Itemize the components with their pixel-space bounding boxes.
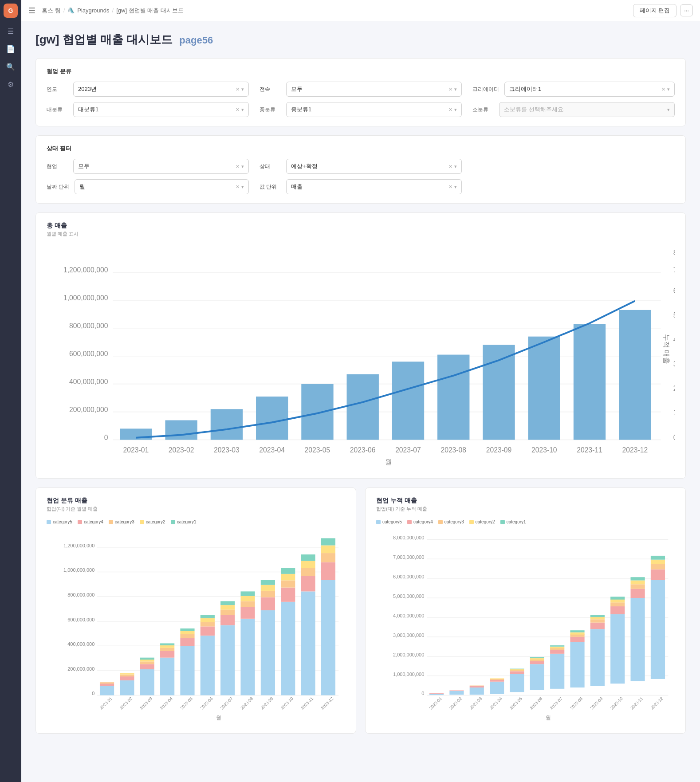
svg-rect-27 [256,397,288,440]
svg-rect-32 [483,345,515,440]
legend-label-cat3: category3 [115,519,134,524]
date-unit-clear-icon[interactable]: ✕ [236,184,240,190]
svg-text:2023-03: 2023-03 [214,446,240,454]
svg-text:0: 0 [104,434,108,441]
major-select[interactable]: 대분류1 ✕ ▾ [73,102,249,117]
svg-rect-68 [120,675,134,676]
svg-text:2,000,000,000: 2,000,000,000 [673,385,675,392]
svg-rect-93 [220,605,235,610]
svg-rect-177 [570,642,584,688]
legend-cat5: category5 [47,519,72,524]
year-clear-icon[interactable]: ✕ [236,86,240,92]
date-unit-label: 날짜 단위 [47,183,69,191]
value-unit-select[interactable]: 매출 ✕ ▾ [286,179,462,194]
svg-text:2023-02: 2023-02 [119,696,133,711]
more-options-button[interactable]: ··· [680,4,693,16]
major-clear-icon[interactable]: ✕ [236,107,240,113]
main-content: ☰ 홈스 팀 / 🛝 Playgrounds / [gw] 협업별 매출 대시보… [21,0,700,782]
svg-rect-171 [530,657,544,659]
channel-clear-icon[interactable]: ✕ [448,86,452,92]
status-select[interactable]: 예상+확정 ✕ ▾ [286,159,462,174]
svg-text:2023-09: 2023-09 [589,696,603,711]
mid-select[interactable]: 중분류1 ✕ ▾ [286,102,462,117]
status-select-icons: ✕ ▾ [448,164,457,169]
svg-rect-78 [160,645,174,648]
svg-rect-82 [180,634,194,638]
svg-rect-187 [610,614,625,684]
svg-rect-63 [100,686,114,695]
svg-text:2023-05: 2023-05 [179,696,193,711]
svg-rect-101 [261,597,275,610]
app-logo[interactable]: G [4,4,18,18]
creator-clear-icon[interactable]: ✕ [661,86,665,92]
svg-rect-91 [220,615,235,625]
legend-dot-cat1 [171,520,175,524]
svg-rect-165 [510,669,524,670]
svg-rect-92 [220,610,235,615]
svg-rect-118 [321,546,335,554]
svg-text:2023-07: 2023-07 [395,446,421,454]
sidebar-search-icon[interactable]: 🔍 [3,59,19,75]
svg-rect-172 [550,654,564,689]
filter-row-mid: 중분류 중분류1 ✕ ▾ [260,102,462,117]
creator-select[interactable]: 크리에이터1 ✕ ▾ [504,82,675,97]
svg-text:2023-02: 2023-02 [448,696,463,711]
svg-text:200,000,000: 200,000,000 [69,406,108,413]
svg-rect-157 [470,686,484,686]
major-value: 대분류1 [78,106,236,114]
channel-select[interactable]: 모두 ✕ ▾ [286,82,462,97]
svg-rect-89 [201,615,215,618]
legend-cat3: category3 [109,519,134,524]
chart1-wrap: 0 200,000,000 400,000,000 600,000,000 80… [47,244,675,469]
svg-text:2023-01: 2023-01 [428,696,442,711]
filter-row-status: 상태 예상+확정 ✕ ▾ [260,159,462,174]
svg-rect-200 [651,560,665,564]
year-label: 연도 [47,86,68,93]
collab-select-icons: ✕ ▾ [236,164,244,169]
mid-value: 중분류1 [291,106,448,114]
sidebar-settings-icon[interactable]: ⚙ [3,76,19,92]
svg-rect-173 [550,650,564,654]
chart1-subtitle: 월별 매출 표시 [47,231,675,237]
svg-rect-65 [100,683,114,684]
breadcrumb: ☰ 홈스 팀 / 🛝 Playgrounds / [gw] 협업별 매출 대시보… [28,6,633,16]
major-arrow-icon: ▾ [241,107,244,113]
status-clear-icon[interactable]: ✕ [448,164,452,169]
collab-select[interactable]: 모두 ✕ ▾ [73,159,249,174]
svg-rect-197 [651,580,665,679]
svg-rect-24 [120,428,152,440]
year-select-icons: ✕ ▾ [236,86,244,92]
sidebar-doc-icon[interactable]: 📄 [3,41,19,57]
chart3-container: 협업 누적 매출 협업(대) 기준 누적 매출 category5 catego… [365,487,686,734]
svg-text:600,000,000: 600,000,000 [69,350,108,358]
hamburger-button[interactable]: ☰ [28,6,35,16]
value-unit-clear-icon[interactable]: ✕ [448,184,452,190]
edit-page-button[interactable]: 페이지 편집 [633,4,677,17]
svg-rect-152 [429,694,444,694]
svg-rect-178 [570,637,584,642]
year-select[interactable]: 2023년 ✕ ▾ [73,82,249,97]
mid-clear-icon[interactable]: ✕ [448,107,452,113]
minor-select[interactable]: 소분류를 선택해주세요. ▾ [499,102,675,117]
svg-text:4,000,000,000: 4,000,000,000 [393,613,424,618]
svg-rect-109 [281,568,295,574]
filter-section1-title: 협업 분류 [47,67,675,75]
legend3-label-cat2: category2 [476,519,495,524]
svg-text:2023-08: 2023-08 [569,696,583,711]
channel-value: 모두 [291,85,448,93]
svg-rect-175 [550,647,564,648]
breadcrumb-home[interactable]: 홈스 팀 [42,7,61,15]
breadcrumb-playgrounds[interactable]: Playgrounds [77,7,109,14]
svg-text:2023-07: 2023-07 [549,696,563,711]
date-unit-select[interactable]: 월 ✕ ▾ [75,179,249,194]
svg-text:2023-12: 2023-12 [649,696,664,711]
svg-rect-85 [201,636,215,696]
collab-clear-icon[interactable]: ✕ [236,164,240,169]
creator-value: 크리에이터1 [509,85,661,93]
svg-text:2023-01: 2023-01 [98,696,113,711]
svg-rect-192 [631,598,645,681]
svg-text:1,000,000,000: 1,000,000,000 [63,294,108,302]
svg-text:2023-09: 2023-09 [486,446,512,454]
sidebar-menu-icon[interactable]: ☰ [3,23,19,39]
filter-grid-1: 연도 2023년 ✕ ▾ 전속 모두 ✕ [47,82,675,117]
